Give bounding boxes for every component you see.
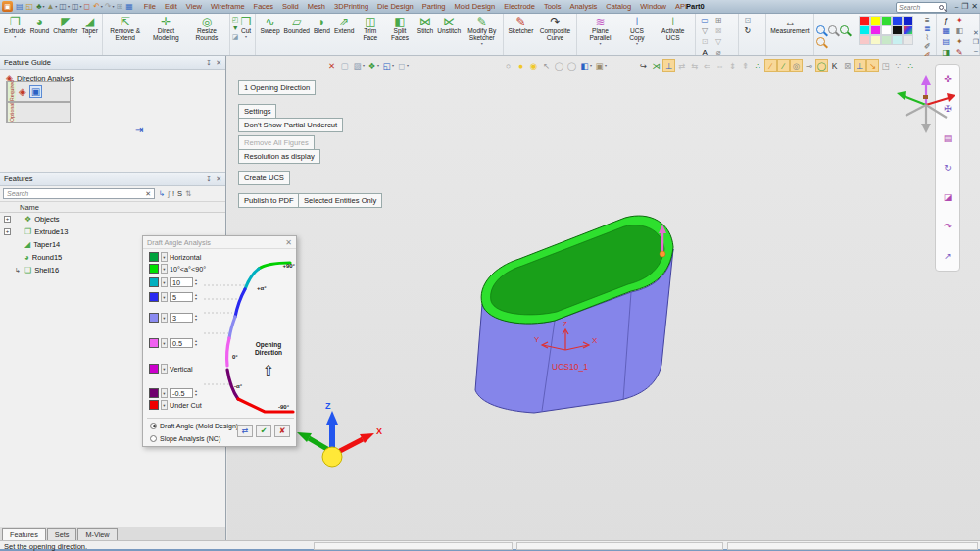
ribbon-button[interactable]: ◎ Resize Rounds	[186, 15, 227, 42]
quick-access-button[interactable]: ◫	[58, 1, 68, 12]
tool-icon[interactable]: ◪	[232, 32, 239, 41]
doc-minimize-button[interactable]: –	[974, 47, 978, 55]
guide-step-icon[interactable]: ▣	[29, 85, 42, 98]
color-swatch[interactable]	[149, 292, 159, 302]
exit-guide-icon[interactable]: ⇥	[135, 125, 143, 135]
guide-step-icon[interactable]: ◈	[19, 86, 26, 97]
spin-down-icon[interactable]: ▾	[195, 318, 197, 322]
scene-canvas[interactable]: Z Y X UCS10_1 Z X	[227, 56, 980, 540]
chevron-down-icon[interactable]: ▾	[42, 4, 44, 9]
attribute-icon[interactable]: ▤	[939, 36, 953, 47]
radio-slope-analysis[interactable]: Slope Analysis (NC)	[150, 433, 220, 443]
ribbon-button[interactable]: ✎ Sketcher	[506, 15, 535, 35]
close-icon[interactable]: ✕	[216, 59, 221, 67]
annotation-icon[interactable]: ▭	[698, 15, 711, 25]
color-swatch[interactable]	[903, 16, 913, 25]
graphics-viewport[interactable]: ✕ ▢ ▨ ▾ ❖ ▾ ◱ ▾ ◻ ▾ ○ ● ◉ ↖	[227, 56, 980, 540]
filter-icon[interactable]: !	[172, 188, 174, 199]
spinner[interactable]: ▴▾	[195, 293, 197, 301]
ribbon-button[interactable]: ≋ Plane Parallel ▾	[579, 15, 620, 46]
color-swatch[interactable]	[881, 35, 892, 45]
color-swatch[interactable]	[870, 16, 881, 25]
search-icon[interactable]	[939, 5, 944, 10]
spin-down-icon[interactable]: ▾	[195, 343, 197, 347]
ribbon-button[interactable]: ∿ Sweep	[258, 15, 281, 35]
ribbon-button[interactable]: ◤ Chamfer	[51, 15, 79, 35]
swatch-dropdown[interactable]: ▾	[161, 338, 168, 348]
draft-angle-analysis-dialog[interactable]: Draft Angle Analysis ✕ ▾ Horizontal ▴▾ ▾…	[142, 235, 297, 447]
nav-triad[interactable]	[897, 75, 956, 133]
annotation-icon[interactable]: ⊠	[711, 25, 725, 36]
menu-item[interactable]: Mesh	[308, 2, 325, 11]
menu-item[interactable]: Solid	[282, 2, 299, 11]
ribbon-button[interactable]: ✛ Direct Modeling	[146, 15, 187, 42]
color-swatch[interactable]	[859, 25, 870, 35]
menu-item[interactable]: Faces	[254, 2, 273, 11]
annotation-icon[interactable]: ▽	[711, 36, 725, 47]
swatch-dropdown[interactable]: ▾	[161, 277, 168, 287]
chevron-down-icon[interactable]: ▾	[481, 42, 483, 46]
chevron-down-icon[interactable]: ▾	[89, 35, 91, 39]
filter-icon[interactable]: S	[177, 188, 182, 199]
color-swatch[interactable]	[870, 25, 881, 35]
annotation-icon[interactable]: ▽	[698, 25, 711, 36]
filter-icon[interactable]: ʃ	[168, 188, 170, 199]
spinner[interactable]: ▴▾	[195, 339, 197, 347]
panel-tab[interactable]: Features	[2, 528, 46, 540]
chevron-down-icon[interactable]: ▾	[245, 35, 247, 39]
quick-access-button[interactable]: ▦	[124, 1, 134, 12]
ribbon-button[interactable]: ◧ Split Faces	[384, 15, 416, 42]
style-icon[interactable]: ✐	[920, 42, 934, 51]
color-swatch[interactable]	[892, 25, 903, 35]
ribbon-button[interactable]: ⇗ Extend	[332, 15, 357, 35]
color-swatch[interactable]	[903, 35, 913, 45]
swatch-dropdown[interactable]: ▾	[161, 313, 168, 323]
zoom-icon[interactable]	[828, 25, 837, 34]
angle-input[interactable]: 3	[170, 313, 193, 323]
replay-icon[interactable]: ↻	[741, 25, 755, 36]
ribbon-button[interactable]: ◗ Blend	[312, 15, 332, 35]
ribbon-button[interactable]: ⊥ Activate UCS	[654, 15, 694, 42]
measurement-button[interactable]: ↔ Measurement	[768, 15, 811, 35]
spin-down-icon[interactable]: ▾	[195, 393, 197, 397]
restore-button[interactable]: ❐	[961, 0, 968, 13]
angle-input[interactable]: 10	[170, 277, 193, 287]
style-icon[interactable]: ≡	[920, 16, 934, 25]
app-icon[interactable]: ▣	[2, 1, 13, 12]
doc-close-button[interactable]: ✕	[973, 29, 979, 37]
expand-icon[interactable]: +	[4, 216, 11, 223]
ribbon-button[interactable]: ❐ Extrude ▾	[2, 15, 28, 39]
menu-item[interactable]: Tools	[544, 2, 562, 11]
attribute-icon[interactable]: ✦	[953, 36, 966, 47]
style-icon[interactable]: ⌇	[920, 33, 934, 42]
spin-down-icon[interactable]: ▾	[195, 282, 197, 286]
ribbon-button[interactable]: ▱ Bounded	[282, 15, 312, 35]
color-swatch[interactable]	[870, 35, 881, 45]
color-swatch[interactable]	[859, 16, 870, 25]
swatch-dropdown[interactable]: ▾	[161, 400, 168, 410]
swatch-dropdown[interactable]: ▾	[161, 264, 168, 274]
quick-access-button[interactable]: ◫	[71, 1, 80, 12]
swatch-dropdown[interactable]: ▾	[161, 364, 168, 374]
close-icon[interactable]: ✕	[285, 238, 292, 247]
ribbon-button[interactable]: ◢ Taper ▾	[79, 15, 100, 39]
doc-restore-button[interactable]: ❐	[973, 38, 979, 46]
zoom-icon[interactable]	[816, 25, 825, 34]
ribbon-button[interactable]: ⋉ Unstitch	[435, 15, 463, 35]
color-swatch[interactable]	[149, 252, 159, 262]
chevron-down-icon[interactable]: ▾	[599, 42, 601, 46]
color-swatch[interactable]	[892, 16, 903, 25]
swatch-dropdown[interactable]: ▾	[161, 388, 168, 398]
chevron-down-icon[interactable]: ▾	[101, 4, 103, 9]
search-input[interactable]: Search ✕	[3, 188, 155, 199]
quick-access-button[interactable]: ◱	[25, 1, 35, 12]
color-swatch[interactable]	[881, 25, 892, 35]
menu-item[interactable]: Parting	[422, 2, 446, 11]
menu-item[interactable]: Mold Design	[455, 2, 496, 11]
ribbon-button[interactable]: ⋈ Stitch	[416, 15, 436, 35]
radio-icon[interactable]	[150, 435, 157, 442]
search-box[interactable]: Search	[896, 2, 947, 13]
attribute-icon[interactable]: ƒ	[939, 15, 953, 25]
quick-access-button[interactable]: ↶	[92, 1, 101, 12]
chevron-down-icon[interactable]: ▾	[68, 4, 70, 9]
